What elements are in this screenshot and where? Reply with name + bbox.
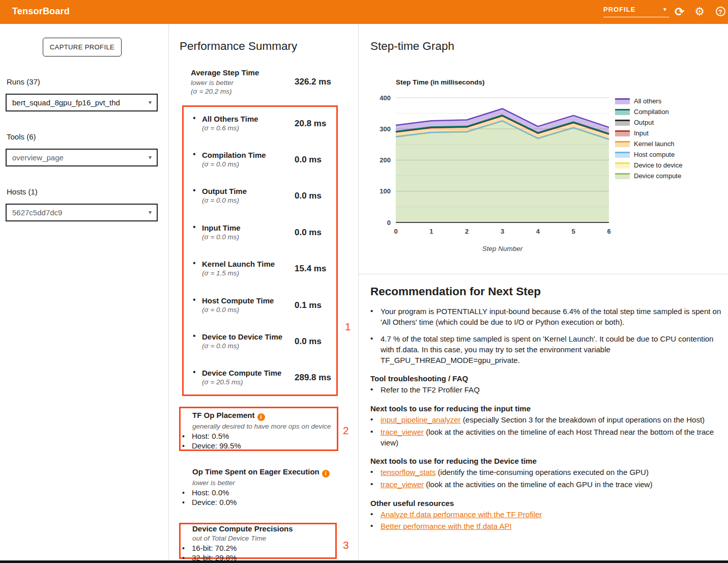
legend-item-output: Output [615,117,682,128]
tf-op-placement-items: •Host: 0.5%•Device: 99.5% [179,432,337,451]
metric-value: 0.0 ms [295,191,322,201]
bullet-icon: • [193,114,196,123]
legend-label: Output [634,119,654,126]
metric-sigma: (σ = 0.0 ms) [202,305,274,313]
annotation-number-1: 1 [345,321,351,333]
recommendation-heading: Other useful resources [370,499,722,508]
metric-value: 15.4 ms [295,264,326,274]
hosts-select[interactable]: 5627c5dd7dc9 ▾ [6,204,158,221]
recommendation-sections: Tool troubleshooting / FAQ•Refer to the … [370,374,722,532]
legend-item-device-to-device: Device to device [615,160,682,171]
info-icon[interactable]: i [322,470,330,477]
bullet-icon: • [370,415,381,426]
metric-value: 20.8 ms [295,119,326,129]
recommendation-item-text: Refer to the TF2 Profiler FAQ [381,385,722,396]
metric-label: Device Compute Time [202,369,281,377]
column-divider [358,24,359,560]
bullet-icon: • [370,521,381,532]
eager-execution-note: lower is better [179,479,337,487]
recommendation-item: •trace_viewer (look at the activities on… [370,427,722,448]
stat-item: •Host: 0.0% [179,488,337,498]
bullet-icon: • [193,222,196,232]
recommendation-bullets: •Your program is POTENTIALLY input-bound… [370,306,722,365]
annotation-number-2: 2 [343,425,349,437]
gear-icon[interactable]: ⚙ [692,5,707,19]
legend-item-kernel-launch: Kernel launch [615,138,682,149]
bullet-icon: • [370,334,381,365]
stat-item: •16-bit: 70.2% [179,544,337,553]
runs-select-value: bert_squad_8gpu_fp16_pvt_thd [12,98,120,107]
average-step-time-label: Average Step Time [191,68,259,77]
bullet-icon: • [182,498,185,508]
step-time-chart: 01002003004000123456Step Time (in millis… [376,75,616,255]
refresh-icon[interactable]: ⟳ [673,5,687,19]
tf-op-placement-note: generally desired to have more ops on de… [179,423,337,430]
bullet-icon: • [193,186,196,195]
bullet-icon: • [370,510,381,520]
legend-swatch-icon [615,98,630,104]
metric-label: Kernel Launch Time [202,260,275,268]
legend-swatch-icon [615,109,630,115]
recommendation-link[interactable]: trace_viewer [381,428,424,436]
stat-item: •Device: 0.0% [179,498,337,508]
capture-profile-button[interactable]: CAPTURE PROFILE [43,38,122,57]
stat-item: •Device: 99.5% [179,441,337,451]
recommendation-link[interactable]: Analyze tf.data performance with the TF … [381,510,542,519]
metric-value: 289.8 ms [295,373,331,383]
legend-swatch-icon [615,152,630,158]
recommendation-text: (look at the activities on the timeline … [424,480,652,489]
recommendation-item-text: trace_viewer (look at the activities on … [381,427,722,448]
svg-text:4: 4 [536,228,540,235]
runs-label: Runs (37) [7,77,40,86]
bullet-icon: • [182,488,185,498]
recommendation-panel: Recommendation for Next Step •Your progr… [370,285,722,533]
stat-item-text: 16-bit: 70.2% [192,544,237,552]
legend-swatch-icon [615,162,630,168]
recommendation-item-text: input_pipeline_analyzer (especially Sect… [381,415,722,426]
bullet-icon: • [182,544,185,553]
metric-row: •Device Compute Time(σ = 20.5 ms)289.8 m… [182,360,338,396]
recommendation-text: (identify the time-consuming operations … [435,468,649,476]
average-step-time-note: lower is better [191,79,234,87]
recommendation-link[interactable]: trace_viewer [381,480,424,489]
recommendation-title: Recommendation for Next Step [370,285,722,298]
bullet-icon: • [182,441,185,451]
recommendation-item-text: trace_viewer (look at the activities on … [381,480,722,490]
svg-text:0: 0 [394,228,397,235]
legend-label: Device to device [634,161,682,169]
panel-divider [359,274,728,274]
chevron-down-icon: ▾ [149,205,152,220]
stat-item-text: Host: 0.5% [192,432,229,440]
legend-label: All others [634,97,661,105]
legend-swatch-icon [615,173,630,179]
bullet-icon: • [193,295,196,304]
metric-value: 0.0 ms [295,228,322,238]
recommendation-link[interactable]: tensorflow_stats [381,468,435,476]
metric-sigma: (σ = 20.5 ms) [202,378,281,386]
recommendation-link[interactable]: input_pipeline_analyzer [381,415,461,424]
device-compute-precisions-note: out of Total Device Time [179,534,337,542]
metric-label: Compilation Time [202,151,266,159]
bullet-icon: • [370,385,381,396]
dashboard-selector[interactable]: PROFILE ▼ [603,6,669,17]
svg-text:400: 400 [380,94,391,102]
runs-select[interactable]: bert_squad_8gpu_fp16_pvt_thd ▾ [6,94,158,111]
metric-sigma: (σ = 1.5 ms) [202,269,275,277]
bullet-icon: • [370,467,381,478]
metric-row: •Output Time(σ = 0.0 ms)0.0 ms [182,178,338,214]
app-header: TensorBoard PROFILE ▼ ⟳ ⚙ ? [0,0,728,24]
metric-row: •Input Time(σ = 0.0 ms)0.0 ms [182,214,338,250]
svg-text:300: 300 [380,125,391,133]
recommendation-item: •tensorflow_stats (identify the time-con… [370,467,722,478]
device-compute-precisions-block: Device Compute Precisions out of Total D… [179,524,337,562]
recommendation-link[interactable]: Better performance with the tf.data API [381,522,512,530]
svg-text:0: 0 [387,219,391,227]
info-icon[interactable]: i [257,413,265,421]
bullet-icon: • [182,432,185,441]
recommendation-heading: Tool troubleshooting / FAQ [370,374,722,383]
bullet-icon: • [193,150,196,159]
tools-select[interactable]: overview_page ▾ [6,149,158,166]
metric-sigma: (σ = 0.6 ms) [202,124,258,131]
help-icon[interactable]: ? [713,5,727,19]
metric-row: •Compilation Time(σ = 0.0 ms)0.0 ms [182,142,338,178]
